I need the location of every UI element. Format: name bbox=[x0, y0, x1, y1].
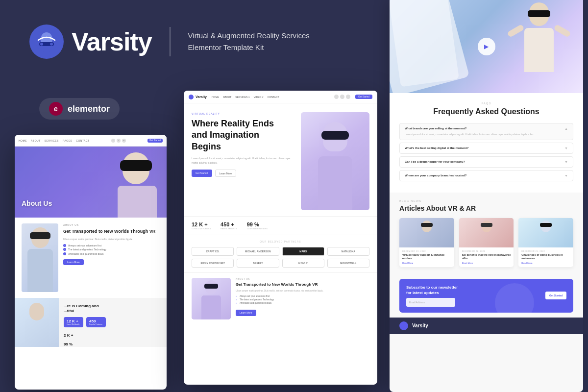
hero-primary-btn[interactable]: Get Started bbox=[192, 170, 212, 177]
blog-card-2-body: DECEMBER 22, 2022 Six benefits that the … bbox=[459, 247, 514, 267]
right-top-head bbox=[529, 2, 549, 26]
chevron-down-icon-2: ▼ bbox=[564, 147, 568, 150]
panel-right: ▶ FAQS Frequently Asked Questions What b… bbox=[390, 0, 583, 392]
cn-about[interactable]: ABOUT bbox=[223, 96, 231, 98]
check-icon-2 bbox=[63, 248, 66, 251]
stat-3: 99 % Customer Reviews bbox=[247, 221, 268, 230]
nav-services: SERVICES bbox=[45, 139, 59, 142]
stat-2-label: Happy Patients bbox=[220, 227, 237, 230]
stat-1: 12 K + Loyal Customers bbox=[192, 221, 211, 230]
about-image bbox=[192, 278, 231, 319]
newsletter-input-display: Email Address bbox=[406, 298, 455, 307]
check-item-1: Always set your adventure first bbox=[63, 244, 155, 247]
stat-1-label: Loyal Customers bbox=[192, 227, 211, 230]
newsletter-strip: Subscribe to our newsletter for latest u… bbox=[399, 279, 573, 312]
hero-buttons: Get Started Learn More bbox=[192, 170, 296, 177]
hero-secondary-btn[interactable]: Learn More bbox=[215, 170, 237, 177]
bottom-stats-row: 12 K + Users Worldwide 450 Popular Featu… bbox=[64, 317, 162, 327]
blog-card-2-link[interactable]: Read More bbox=[462, 262, 511, 265]
stat-box-2-num: 450 bbox=[89, 319, 103, 323]
center-stats: 12 K + Loyal Customers 450 + Happy Patie… bbox=[184, 216, 377, 235]
cn-home[interactable]: HOME bbox=[212, 96, 219, 98]
about-check-3: Affordable and guaranteed deals bbox=[236, 302, 369, 304]
hero-subtitle: Lorem Ipsum dolor sit amet, consectetur … bbox=[192, 156, 296, 165]
newsletter-btn[interactable]: Get Started bbox=[545, 292, 566, 299]
blog-cards: DECEMBER 23, 2022 Virtual reality suppor… bbox=[399, 218, 573, 267]
panel-left: HOME ABOUT SERVICES PAGES CONTACT f t in… bbox=[15, 135, 167, 390]
nav-about: ABOUT bbox=[31, 139, 41, 142]
nav-pages: PAGES bbox=[63, 139, 72, 142]
check-item-2: The latest and greatest Technology bbox=[63, 248, 155, 251]
social-icon-1 bbox=[334, 95, 339, 99]
right-blog-section: BLOG NEWS Articles About VR & AR DECEMBE… bbox=[390, 193, 583, 274]
faq-title: Frequently Asked Questions bbox=[399, 107, 573, 117]
blog-card-2-date: DECEMBER 22, 2022 bbox=[462, 250, 511, 252]
cn-contact[interactable]: CONTACT bbox=[268, 96, 279, 98]
panel-center: Varsity HOME ABOUT SERVICES ▾ VIDEO ▾ CO… bbox=[184, 91, 377, 385]
blog-card-3-link[interactable]: Read More bbox=[521, 262, 570, 265]
blog-card-1-title: Virtual reality support & enhance outdoo… bbox=[402, 253, 451, 261]
svg-point-4 bbox=[50, 43, 53, 46]
faq-item-2[interactable]: What's the best selling digital at the m… bbox=[399, 143, 573, 154]
stat-3-label: Customer Reviews bbox=[247, 227, 268, 230]
stat-box-1-num: 12 K + bbox=[67, 319, 80, 323]
about-content-body: Ullam corper mattis pulvinar. Duis molli… bbox=[236, 289, 369, 293]
about-person-body bbox=[201, 295, 221, 319]
learn-more-btn[interactable]: Learn More bbox=[63, 259, 84, 265]
cn-services[interactable]: SERVICES ▾ bbox=[235, 96, 250, 98]
stat-1-num: 12 K + bbox=[192, 221, 211, 227]
nav-home: HOME bbox=[19, 139, 27, 142]
blog-title: Articles About VR & AR bbox=[399, 204, 573, 212]
footer-logo bbox=[399, 321, 408, 330]
brand-header: Varsity Virtual & Augmented Reality Serv… bbox=[29, 24, 310, 59]
partner-7: MOUNDWELL bbox=[327, 259, 369, 268]
elementor-label: elementor bbox=[68, 104, 110, 114]
partner-2: MARS bbox=[282, 247, 324, 256]
check-item-3: Affordable and guaranteed deals bbox=[63, 252, 155, 255]
center-about: ABOUT US Get Transported to New Worlds T… bbox=[184, 272, 377, 324]
partner-5: BREEZY bbox=[237, 259, 279, 268]
elementor-icon: e bbox=[49, 102, 63, 116]
blog-card-1-link[interactable]: Read More bbox=[402, 262, 451, 265]
right-faq-section: FAQS Frequently Asked Questions What bra… bbox=[390, 93, 583, 193]
center-nav-links: HOME ABOUT SERVICES ▾ VIDEO ▾ CONTACT bbox=[212, 96, 279, 98]
stat-box-2-label: Popular Features bbox=[89, 323, 103, 325]
faq-item-1[interactable]: What brands are you selling at the momen… bbox=[399, 123, 573, 140]
hero-content: VIRTUAL REALITY Where Reality Ends and I… bbox=[192, 112, 301, 210]
about-learn-btn[interactable]: Learn More bbox=[236, 310, 256, 316]
blog-card-3-body: DECEMBER 21, 2022 Challenges of doing bu… bbox=[518, 247, 573, 267]
center-nav: Varsity HOME ABOUT SERVICES ▾ VIDEO ▾ CO… bbox=[184, 91, 377, 103]
faq-question-1: What brands are you selling at the momen… bbox=[405, 127, 568, 130]
about-tag: ABOUT US bbox=[63, 223, 155, 226]
stat-2: 450 + Happy Patients bbox=[220, 221, 237, 230]
center-partners: OUR BELOVED PARTNERS CRAFT CO. MICHAEL A… bbox=[184, 235, 377, 272]
blog-card-1-date: DECEMBER 23, 2022 bbox=[402, 250, 451, 252]
blog-card-3: DECEMBER 21, 2022 Challenges of doing bu… bbox=[518, 218, 573, 267]
partner-4: RICKY CORBIN 1997 bbox=[192, 259, 234, 268]
play-button[interactable]: ▶ bbox=[478, 38, 495, 55]
nav-contact: CONTACT bbox=[76, 139, 89, 142]
hero-person-body bbox=[318, 156, 352, 210]
stat4-num: 99 % bbox=[64, 342, 73, 346]
social-icon-3 bbox=[346, 95, 350, 99]
center-hero: VIRTUAL REALITY Where Reality Ends and I… bbox=[184, 103, 377, 216]
faq-item-3[interactable]: Can I be a dropshopper for your company?… bbox=[399, 156, 573, 168]
about-content: ABOUT US Get Transported to New Worlds T… bbox=[236, 278, 369, 319]
blog-card-2-image bbox=[459, 218, 514, 247]
blog-card-1-image bbox=[399, 218, 454, 247]
curtain-decor bbox=[390, 0, 488, 93]
brand-tagline: Virtual & Augmented Reality Services Ele… bbox=[188, 30, 310, 53]
nav-cta-btn[interactable]: Get Started bbox=[147, 139, 163, 143]
check-text-3: Affordable and guaranteed deals bbox=[68, 252, 103, 255]
stat-box-1: 12 K + Users Worldwide bbox=[64, 317, 83, 327]
faq-item-4[interactable]: Where are your company branches located?… bbox=[399, 170, 573, 181]
elementor-badge: e elementor bbox=[39, 98, 120, 120]
stat-box-1-label: Users Worldwide bbox=[67, 323, 80, 325]
partner-0: CRAFT CO. bbox=[192, 247, 234, 256]
center-nav-logo: Varsity bbox=[189, 95, 207, 99]
mini-hero: About Us bbox=[15, 147, 167, 218]
cn-video[interactable]: VIDEO ▾ bbox=[254, 96, 264, 98]
hero-title: Where Reality Ends and Imagination Begin… bbox=[192, 118, 296, 152]
center-nav-cta[interactable]: Get Started bbox=[355, 95, 372, 99]
svg-point-3 bbox=[40, 43, 43, 46]
